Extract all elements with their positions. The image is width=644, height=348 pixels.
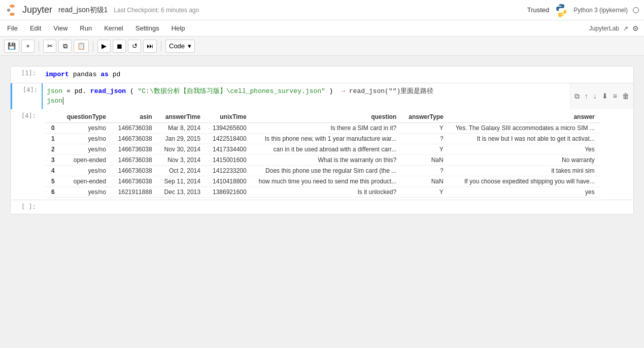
table-row: 3open-ended1466736038Nov 3, 201414150016… [45,154,601,165]
cell-idx: 0 [45,122,61,133]
add-cell-button[interactable]: + [21,40,35,53]
menu-kernel[interactable]: Kernel [102,23,125,33]
restart-button[interactable]: ↺ [128,40,141,53]
move-down-button[interactable]: ↓ [591,91,599,101]
cell-4: [4]: json = pd. read_json ( "C:\数据分析【自我练… [11,83,633,109]
cell-asin: 1466736038 [112,122,158,133]
table-row: 2yes/no1466736038Nov 30, 20141417334400c… [45,144,601,154]
code-string-path: "C:\数据分析【自我练习版】\cell_phones_survey.json" [138,87,325,95]
cell-question: Is this phone new, with 1 year manufactu… [253,133,402,144]
cell-answerTime: Sep 11, 2014 [158,176,207,186]
code-read-json: read_json [90,87,126,95]
col-header-answerTime: answerTime [158,111,207,123]
code-variable-json: json [47,87,62,95]
menu-bar: File Edit View Run Kernel Settings Help … [0,20,644,37]
cell-question: What is the warranty on this? [253,154,402,165]
cell-answer: No warranty [450,154,601,165]
arrow-annotation: → [341,87,349,95]
cell-1: [1]: import pandas as pd [11,67,633,83]
restart-run-button[interactable]: ⏭ [143,40,157,53]
dropdown-icon: ▾ [188,42,191,50]
cell-answerTime: Nov 30, 2014 [158,144,207,154]
cell-answerTime: Jan 29, 2015 [158,133,207,144]
table-row: 1yes/no1466736038Jan 29, 20151422518400I… [45,133,601,144]
cell-4-label: [4]: [12,83,43,109]
menu-file[interactable]: File [5,23,20,33]
gear-icon[interactable]: ⚙ [632,24,639,33]
cell-unixTime: 1415001600 [207,154,253,165]
code-paren-open: ( [130,87,134,95]
cell-answerType: Y [402,186,449,197]
cell-answerType: Y [402,122,449,133]
cell-unixTime: 1386921600 [207,186,253,197]
table-row: 4yes/no1466736038Oct 2, 20141412233200Do… [45,165,601,176]
jupyterlab-link[interactable]: JupyterLab [589,25,619,32]
col-header-answer: answer [450,111,601,123]
copy-cell-button[interactable]: ⧉ [572,91,582,102]
cell-unixTime: 1394265600 [207,122,253,133]
cell-answerType: NaN [402,176,449,186]
cell-question: Is it unlocked? [253,186,402,197]
top-bar: Jupyter read_json初级1 Last Checkpoint: 6 … [0,0,644,20]
trusted-badge: Trusted [527,6,550,14]
menu-run[interactable]: Run [78,23,94,33]
table-row: 0yes/no1466736038Mar 8, 20141394265600Is… [45,122,601,133]
keyword-import: import [45,71,69,78]
code-text-pandas: pandas [73,71,101,78]
checkpoint-text: Last Checkpoint: 6 minutes ago [114,7,199,14]
notebook-title[interactable]: read_json初级1 [58,6,108,15]
cell-question: Does this phone use the regular Sim card… [253,165,402,176]
cut-button[interactable]: ✂ [43,40,56,53]
paste-button[interactable]: 📋 [74,40,89,53]
cell-4-content[interactable]: json = pd. read_json ( "C:\数据分析【自我练习版】\c… [43,83,570,109]
cell-question: can in it be used abroad with a differen… [253,144,402,154]
cell-idx: 1 [45,133,61,144]
cell-answerTime: Nov 3, 2014 [158,154,207,165]
stop-button[interactable]: ◼ [113,40,126,53]
menu-edit[interactable]: Edit [28,23,43,33]
cell-idx: 2 [45,144,61,154]
cell-questionType: yes/no [61,122,112,133]
col-header-question: question [253,111,402,123]
cell-answerType: ? [402,133,449,144]
cell-answer: It is new but I was not able to get it a… [450,133,601,144]
col-header-answerType: answerType [402,111,449,123]
table-row: 5open-ended1466736038Sep 11, 20141410418… [45,176,601,186]
cell-question: how much time you need to send me this p… [253,176,402,186]
download-button[interactable]: ⬇ [600,91,610,101]
toolbar-separator-1 [39,41,39,51]
cell-1-content[interactable]: import pandas as pd [41,67,633,83]
output-4-label: [4]: [11,109,41,200]
svg-point-3 [560,5,561,6]
cell-type-label: Code [169,42,185,50]
dataframe-output: questionType asin answerTime unixTime qu… [41,109,605,200]
table-body: 0yes/no1466736038Mar 8, 20141394265600Is… [45,122,601,197]
cursor-indicator [63,97,63,105]
run-button[interactable]: ▶ [97,40,111,53]
cell-idx: 6 [45,186,61,197]
notebook-area: [1]: import pandas as pd [4]: json = pd. [0,56,644,348]
cell-type-select[interactable]: Code ▾ [165,40,195,53]
copy-button[interactable]: ⧉ [58,40,72,53]
menu-view[interactable]: View [51,23,70,33]
toolbar-separator-3 [161,41,161,51]
delete-cell-button[interactable]: 🗑 [620,91,631,101]
jupyter-logo: Jupyter [5,3,52,17]
toolbar-separator-2 [93,41,93,51]
cell-answer: If you choose expedited shipping you wil… [450,176,601,186]
format-button[interactable]: ≡ [611,91,619,101]
move-up-button[interactable]: ↑ [583,91,590,101]
menu-settings[interactable]: Settings [133,23,161,33]
cell-questionType: yes/no [61,144,112,154]
table-row: 6yes/no1621911888Dec 13, 20131386921600I… [45,186,601,197]
cell-unixTime: 1412233200 [207,165,253,176]
menu-help[interactable]: Help [170,23,187,33]
empty-cell-content[interactable] [41,200,633,214]
cell-answer: Yes [450,144,601,154]
code-pd: pd. [75,87,86,95]
cell-idx: 4 [45,165,61,176]
cell-answerTime: Dec 13, 2013 [158,186,207,197]
jupyter-title: Jupyter [22,5,52,15]
top-bar-right: Trusted Python 3 (ipykernel) [527,3,639,17]
save-button[interactable]: 💾 [4,40,19,53]
